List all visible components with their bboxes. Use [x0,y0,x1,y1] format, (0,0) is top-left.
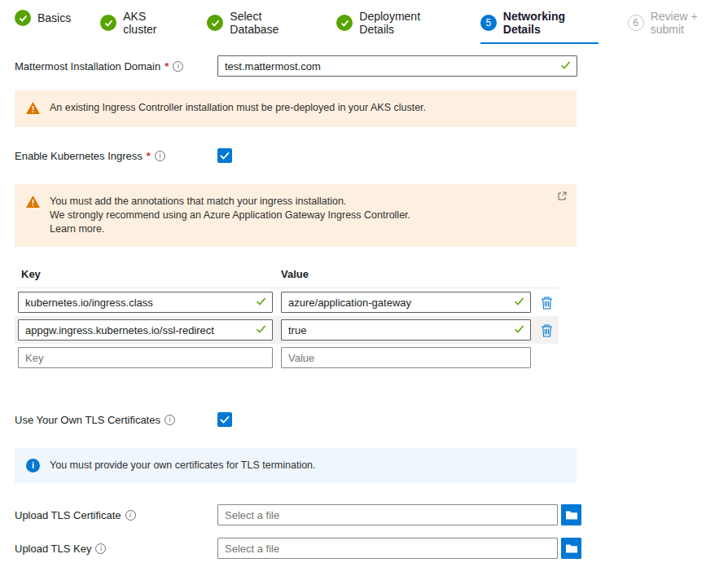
trash-icon [541,296,553,310]
label-text: Use Your Own TLS Certificates [15,414,160,426]
info-icon[interactable]: i [95,543,106,554]
value-input-wrap [281,347,531,368]
tab-basics[interactable]: Basics [15,10,71,33]
upload-key-row: Upload TLS Key i [0,538,728,559]
own-tls-checkbox[interactable] [217,412,232,427]
warning-text: An existing Ingress Controller installat… [50,101,426,115]
check-icon [100,15,116,31]
browse-button[interactable] [561,538,581,559]
trash-icon [541,323,553,337]
required-marker: * [147,150,151,162]
annotation-row [15,288,559,316]
info-icon[interactable]: i [164,415,175,425]
valid-check-icon [514,297,524,309]
required-marker: * [164,60,169,73]
tab-aks-cluster[interactable]: AKS cluster [100,10,178,42]
domain-label: Mattermost Installation Domain * i [15,60,217,73]
annotation-row-empty [15,344,559,371]
enable-ingress-checkbox[interactable] [217,148,232,163]
upload-cert-file-picker [217,504,581,525]
folder-icon [566,511,577,520]
step-number: 5 [480,15,497,31]
label-text: Upload TLS Certificate [15,509,121,521]
checkmark-icon [220,415,230,424]
key-column-header: Key [21,268,281,280]
valid-check-icon [514,324,524,336]
own-tls-row: Use Your Own TLS Certificates i [0,412,728,427]
annotation-value-input[interactable] [281,292,531,313]
valid-check-icon [256,297,266,309]
tab-select-database[interactable]: Select Database [207,10,307,42]
delete-row-button[interactable] [541,323,553,337]
tab-label: Deployment Details [359,10,451,36]
upload-key-file-picker [217,538,581,559]
warning-text-block: You must add the annotations that match … [50,195,410,236]
label-text: Mattermost Installation Domain [15,60,160,73]
key-input-wrap [18,347,273,368]
upload-cert-input[interactable] [217,504,558,525]
valid-check-icon [256,324,266,336]
ingress-warning-banner: An existing Ingress Controller installat… [15,90,577,127]
annotation-key-input[interactable] [18,319,273,341]
tab-label: Basics [37,11,71,24]
checkmark-icon [220,152,230,160]
tab-review-submit[interactable]: 6 Review + submit [628,10,728,42]
value-input-wrap [281,292,531,313]
learn-more-link[interactable]: Learn more. [50,222,410,236]
wizard-steps: Basics AKS cluster Select Database Deplo… [0,0,728,44]
info-icon[interactable]: i [155,151,165,161]
tab-label: AKS cluster [123,10,178,36]
annotations-table: Key Value [15,268,559,371]
value-input-wrap [281,319,531,341]
annotation-value-input[interactable] [281,319,531,341]
tab-deployment-details[interactable]: Deployment Details [336,10,451,42]
tab-networking-details[interactable]: 5 Networking Details [480,10,599,44]
info-icon[interactable]: i [173,61,183,72]
label-text: Upload TLS Key [15,543,91,555]
warning-line: You must add the annotations that match … [50,195,410,209]
valid-check-icon [560,60,571,73]
key-input-wrap [18,292,273,313]
value-column-header: Value [281,268,309,280]
tab-label: Networking Details [503,10,599,36]
networking-details-form: Mattermost Installation Domain * i An ex… [0,55,728,559]
annotation-row [15,316,559,344]
own-tls-label: Use Your Own TLS Certificates i [15,414,217,426]
check-icon [207,15,223,31]
tab-label: Review + submit [651,10,728,36]
annotation-key-input[interactable] [18,292,273,313]
enable-ingress-row: Enable Kubernetes Ingress * i [0,148,728,163]
check-icon [336,15,353,31]
info-banner-icon: i [26,459,40,472]
step-number: 6 [628,15,644,31]
upload-key-label: Upload TLS Key i [15,543,217,555]
domain-input-wrap [217,55,577,77]
delete-row-button[interactable] [541,296,553,310]
annotations-header: Key Value [15,268,559,288]
annotation-key-input[interactable] [18,347,273,368]
check-icon [15,10,31,26]
label-text: Enable Kubernetes Ingress [15,150,143,162]
annotation-value-input[interactable] [281,347,531,368]
tab-label: Select Database [230,10,307,36]
domain-row: Mattermost Installation Domain * i [0,55,728,77]
upload-key-input[interactable] [217,538,558,559]
warning-icon [26,196,40,210]
key-input-wrap [18,319,273,341]
warning-icon [26,102,40,116]
annotations-warning-banner: You must add the annotations that match … [15,184,577,247]
folder-icon [566,544,577,553]
domain-input[interactable] [217,55,577,77]
info-icon[interactable]: i [125,510,136,521]
info-text: You must provide your own certificates f… [50,459,316,472]
upload-cert-label: Upload TLS Certificate i [15,509,217,521]
warning-line: We strongly recommend using an Azure App… [50,209,410,222]
browse-button[interactable] [561,504,581,525]
external-link-icon[interactable] [558,191,567,203]
enable-ingress-label: Enable Kubernetes Ingress * i [15,150,217,162]
upload-cert-row: Upload TLS Certificate i [0,504,728,525]
tls-info-banner: i You must provide your own certificates… [15,448,577,483]
